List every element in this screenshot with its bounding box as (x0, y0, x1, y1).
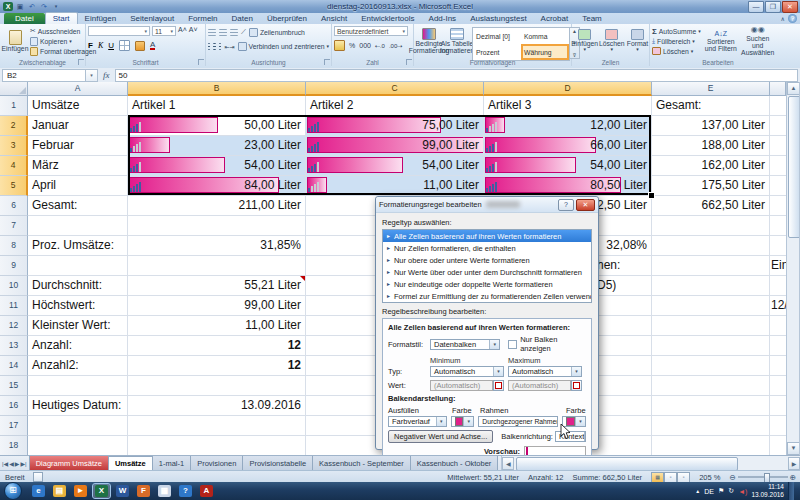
increase-decimal-icon[interactable]: ⇠.0 (375, 42, 385, 49)
style-dezimal-0-[interactable]: Dezimal [0] (473, 28, 521, 44)
row-header-13[interactable]: 13 (0, 336, 28, 356)
conditional-formatting-button[interactable]: Bedingte Formatierung (416, 25, 442, 57)
name-box[interactable]: B2 (2, 69, 86, 82)
cell-B9[interactable] (128, 256, 306, 276)
cell-B1[interactable]: Artikel 1 (128, 96, 306, 116)
scroll-left-icon[interactable]: ◀ (502, 457, 514, 470)
col-header-C[interactable]: C (306, 82, 484, 96)
fill-style-select[interactable]: Farbverlauf▾ (388, 416, 447, 427)
cell-D2[interactable]: 12,00 Liter (484, 116, 652, 136)
tray-expand-icon[interactable]: ▲ (695, 488, 700, 494)
sheet-tab-diagramm-ums-tze[interactable]: Diagramm Umsätze (29, 456, 109, 471)
tab-team[interactable]: Team (575, 13, 609, 24)
col-header-f[interactable] (770, 82, 786, 96)
format-cells-button[interactable]: Format▾ (627, 25, 649, 57)
cell-E18[interactable] (652, 436, 770, 456)
cell-D4[interactable]: 54,00 Liter (484, 156, 652, 176)
font-dialog-launcher[interactable] (198, 59, 204, 65)
accounting-format-icon[interactable] (334, 40, 345, 51)
border-style-select[interactable]: Durchgezogener Rahmen▾ (478, 416, 558, 427)
cell-A13[interactable]: Anzahl: (28, 336, 128, 356)
help-icon[interactable]: ? (177, 484, 194, 498)
löschen-cells-button[interactable]: Löschen▾ (600, 25, 624, 57)
type-max-select[interactable]: Automatisch▾ (508, 366, 582, 377)
cell-A2[interactable]: Januar (28, 116, 128, 136)
cell-E1[interactable]: Gesamt: (652, 96, 770, 116)
row-header-4[interactable]: 4 (0, 156, 28, 176)
zoom-slider[interactable] (738, 476, 788, 478)
sheet-tab-kassenbuch-oktober[interactable]: Kassenbuch - Oktober (410, 456, 499, 471)
align-bottom-icon[interactable] (230, 29, 238, 36)
clear-button[interactable]: Löschen▾ (652, 46, 701, 56)
cell-A7[interactable] (28, 216, 128, 236)
fill-color-icon[interactable] (135, 41, 145, 51)
row-header-5[interactable]: 5 (0, 176, 28, 196)
cell-B12[interactable]: 11,00 Liter (128, 316, 306, 336)
formula-input[interactable]: 50 (115, 69, 799, 82)
cell-E7[interactable] (652, 216, 770, 236)
tab-seitenlayout[interactable]: Seitenlayout (123, 13, 181, 24)
cell-E16[interactable] (652, 396, 770, 416)
rule-type-option-2[interactable]: ►Nur obere oder untere Werte formatieren (383, 254, 591, 266)
cell-A18[interactable] (28, 436, 128, 456)
excel-icon[interactable]: X (93, 484, 110, 498)
row-header-16[interactable]: 16 (0, 396, 28, 416)
select-all-button[interactable] (0, 82, 28, 96)
dialog-help-icon[interactable]: ? (558, 199, 574, 211)
cell-B13[interactable]: 12 (128, 336, 306, 356)
cell-E10[interactable] (652, 276, 770, 296)
style-prozent[interactable]: Prozent (473, 44, 521, 60)
style-w-hrung[interactable]: Währung (521, 44, 569, 60)
horizontal-scrollbar[interactable]: ◀ ▶ (501, 456, 800, 471)
col-header-A[interactable]: A (28, 82, 128, 96)
font-color-icon[interactable]: A (150, 41, 155, 50)
cell-E3[interactable]: 188,00 Liter (652, 136, 770, 156)
view-layout-icon[interactable]: ▫ (664, 472, 677, 483)
row-header-7[interactable]: 7 (0, 216, 28, 236)
cell-D1[interactable]: Artikel 3 (484, 96, 652, 116)
cell-C1[interactable]: Artikel 2 (306, 96, 484, 116)
start-button[interactable]: ⊞ (4, 482, 22, 500)
cell-B6[interactable]: 211,00 Liter (128, 196, 306, 216)
format-style-select[interactable]: Datenbalken▾ (430, 339, 500, 350)
cell-A5[interactable]: April (28, 176, 128, 196)
alignment-dialog-launcher[interactable] (324, 59, 330, 65)
sheet-nav-buttons[interactable]: |◀◀▶▶| (0, 456, 29, 471)
vertical-scrollbar[interactable]: ▲ ▼ (786, 82, 800, 455)
cell-F6[interactable] (770, 196, 786, 216)
cell-F2[interactable] (770, 116, 786, 136)
fill-button[interactable]: ⤓Füllbereich▾ (652, 36, 701, 46)
range-picker-max-icon[interactable] (571, 380, 582, 391)
cell-A1[interactable]: Umsätze (28, 96, 128, 116)
row-header-6[interactable]: 6 (0, 196, 28, 216)
tab-daten[interactable]: Daten (225, 13, 260, 24)
flag-icon[interactable]: ⚑ (718, 487, 724, 495)
tab-add-ins[interactable]: Add-Ins (422, 13, 464, 24)
row-header-17[interactable]: 17 (0, 416, 28, 436)
cell-E13[interactable] (652, 336, 770, 356)
tab-formeln[interactable]: Formeln (181, 13, 224, 24)
clipboard-dialog-launcher[interactable] (78, 59, 84, 65)
fill-handle[interactable] (648, 192, 655, 199)
type-min-select[interactable]: Automatisch▾ (430, 366, 504, 377)
cell-E15[interactable] (652, 376, 770, 396)
cell-E14[interactable] (652, 356, 770, 376)
col-header-E[interactable]: E (652, 82, 770, 96)
cell-E2[interactable]: 137,00 Liter (652, 116, 770, 136)
cell-A15[interactable] (28, 376, 128, 396)
volume-icon[interactable]: ◄) (738, 488, 747, 495)
sheet-tab-provisionstabelle[interactable]: Provisionstabelle (242, 456, 313, 471)
name-box-dropdown-icon[interactable]: ▾ (86, 69, 98, 82)
cell-B10[interactable]: 55,21 Liter (128, 276, 306, 296)
cell-C4[interactable]: 54,00 Liter (306, 156, 484, 176)
font-name-select[interactable]: ▾ (88, 26, 150, 36)
tab-auslastungstest[interactable]: Auslastungstest (463, 13, 533, 24)
cell-F7[interactable] (770, 216, 786, 236)
rule-type-option-1[interactable]: ►Nur Zellen formatieren, die enthalten (383, 242, 591, 254)
cell-E5[interactable]: 175,50 Liter (652, 176, 770, 196)
cell-E17[interactable] (652, 416, 770, 436)
row-header-11[interactable]: 11 (0, 296, 28, 316)
font-size-select[interactable]: 11▾ (152, 26, 176, 36)
row-header-1[interactable]: 1 (0, 96, 28, 116)
cell-A3[interactable]: Februar (28, 136, 128, 156)
